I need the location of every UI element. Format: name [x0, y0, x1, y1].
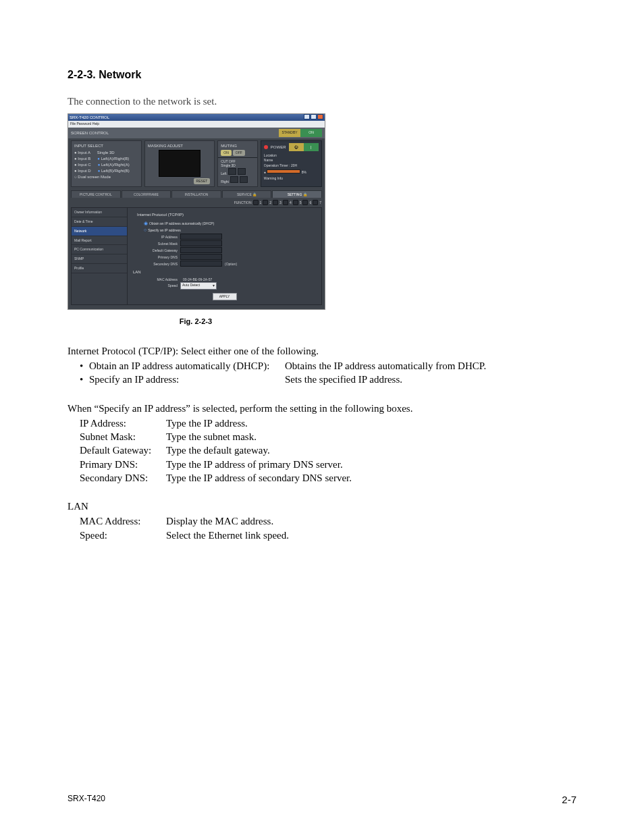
- lan-group-title: LAN: [133, 269, 316, 275]
- row-label: Default Gateway:: [80, 443, 166, 457]
- network-settings-pane: Internet Protocol (TCP/IP) Obtain an IP …: [128, 207, 322, 305]
- screen-control-banner: SCREEN CONTROL STANDBY ON: [68, 128, 325, 138]
- screenshot-figure: SRX-T420 CONTROL File Password Help SCRE…: [68, 113, 576, 327]
- op-timer-label: Operation Timer: [264, 163, 288, 167]
- power-on-toggle[interactable]: ON: [300, 129, 322, 137]
- apply-button[interactable]: APPLY: [213, 293, 237, 300]
- row-label: IP Address:: [80, 416, 166, 430]
- side-snmp[interactable]: SNMP: [72, 254, 127, 264]
- speed-select[interactable]: Auto Detect: [180, 282, 217, 290]
- op-timer-value: 20H: [291, 163, 297, 167]
- side-pc-comm[interactable]: PC Communication: [72, 245, 127, 254]
- function-row: FUNCTION 1 2 3 4 5 6 7: [68, 198, 325, 207]
- lock-icon: 🔒: [303, 192, 307, 196]
- function-3[interactable]: [273, 200, 278, 205]
- function-6[interactable]: [302, 200, 308, 205]
- input-select-panel: INPUT SELECT Input A Single 3D Input B L…: [71, 140, 142, 187]
- mac-address-label: MAC Address: [140, 277, 178, 282]
- masking-adjust-panel: MASKING ADJUST RESET: [144, 140, 215, 187]
- dual-screen-mode[interactable]: ○ Dual screen Mode: [74, 174, 138, 180]
- bullet-specify-label: Specify an IP address:: [89, 373, 285, 386]
- row-desc: Type the default gateway.: [166, 443, 576, 457]
- side-profile[interactable]: Profile: [72, 264, 127, 273]
- row-secondary-dns: Secondary DNS:Type the IP address of sec…: [80, 471, 576, 485]
- row-primary-dns: Primary DNS:Type the IP address of prima…: [80, 458, 576, 471]
- function-label: FUNCTION: [234, 200, 252, 205]
- bullet-specify: • Specify an IP address: Sets the specif…: [80, 373, 576, 386]
- subnet-mask-label: Subnet Mask: [140, 242, 178, 246]
- left-dec[interactable]: [228, 168, 236, 175]
- tab-color-frame[interactable]: COLOR/FRAME: [122, 190, 171, 198]
- speed-label: Speed: [140, 283, 178, 288]
- radio-specify[interactable]: Specify an IP address: [144, 227, 316, 233]
- power-label: POWER: [271, 144, 286, 150]
- right-dec[interactable]: [230, 176, 238, 183]
- specify-intro: When “Specify an IP address” is selected…: [68, 402, 576, 415]
- row-label: MAC Address:: [80, 514, 166, 528]
- warning-label: Warning Info: [264, 176, 319, 181]
- row-speed: Speed:Select the Ethernet link speed.: [80, 529, 576, 542]
- masking-title: MASKING ADJUST: [148, 143, 212, 148]
- cutoff-right-label: Right: [221, 180, 229, 184]
- status-panel: POWER ⏻| LocationName Operation Timer : …: [261, 140, 322, 187]
- side-network[interactable]: Network: [72, 227, 127, 236]
- section-heading: 2-2-3. Network: [68, 67, 576, 82]
- bullet-dhcp: • Obtain an IP address automatically (DH…: [80, 359, 576, 373]
- default-gateway-input[interactable]: [180, 247, 222, 253]
- main-tabs: PICTURE CONTROL COLOR/FRAME INSTALLATION…: [68, 190, 325, 198]
- app-window: SRX-T420 CONTROL File Password Help SCRE…: [68, 113, 325, 310]
- bullet-icon: •: [80, 373, 89, 386]
- lock-icon: 🔒: [252, 192, 257, 196]
- masking-reset-button[interactable]: RESET: [194, 178, 211, 184]
- bullet-dhcp-desc: Obtains the IP address automatically fro…: [285, 359, 576, 373]
- tab-installation[interactable]: INSTALLATION: [171, 190, 221, 198]
- row-desc: Type the IP address of primary DNS serve…: [166, 458, 576, 471]
- settings-side-menu: Owner Information Date & Time Network Ma…: [71, 207, 128, 305]
- default-gateway-label: Default Gateway: [140, 248, 178, 253]
- function-1[interactable]: [253, 200, 259, 205]
- side-date-time[interactable]: Date & Time: [72, 217, 127, 227]
- input-b[interactable]: Input B Left(A)/Right(B): [74, 156, 138, 161]
- row-label: Primary DNS:: [80, 458, 166, 471]
- row-label: Subnet Mask:: [80, 430, 166, 443]
- function-4[interactable]: [283, 200, 288, 205]
- bullet-specify-desc: Sets the specified IP address.: [285, 373, 576, 386]
- input-select-title: INPUT SELECT: [74, 143, 138, 148]
- secondary-dns-input[interactable]: [180, 261, 222, 267]
- power-led-icon: [264, 145, 268, 149]
- cutoff-sub: Single 3D: [221, 163, 254, 168]
- left-inc[interactable]: [238, 168, 246, 175]
- side-owner-info[interactable]: Owner Information: [72, 208, 127, 217]
- location-value: Name: [264, 158, 273, 162]
- input-c[interactable]: Input C Left(A)/Right(A): [74, 162, 138, 167]
- progress-pct: 8%: [302, 170, 306, 174]
- function-7[interactable]: [313, 200, 318, 205]
- figure-caption: Fig. 2-2-3: [68, 317, 324, 327]
- muting-off-button[interactable]: OFF: [233, 150, 245, 156]
- row-desc: Select the Ethernet link speed.: [166, 529, 576, 542]
- subnet-mask-input[interactable]: [180, 240, 222, 246]
- right-inc[interactable]: [240, 176, 248, 183]
- tab-setting[interactable]: SETTING 🔒: [272, 190, 322, 198]
- tab-service[interactable]: SERVICE 🔒: [222, 190, 272, 198]
- function-5[interactable]: [293, 200, 298, 205]
- lan-heading: LAN: [68, 499, 576, 513]
- ip-group-title: Internet Protocol (TCP/IP): [137, 212, 316, 217]
- ip-address-input[interactable]: [180, 234, 222, 240]
- input-a[interactable]: Input A Single 3D: [74, 150, 138, 155]
- row-mac-address: MAC Address:Display the MAC address.: [80, 514, 576, 528]
- function-2[interactable]: [263, 200, 268, 205]
- row-desc: Type the IP address.: [166, 416, 576, 430]
- radio-dhcp[interactable]: Obtain an IP address automatically (DHCP…: [144, 220, 316, 226]
- ip-address-label: IP Address: [140, 235, 178, 240]
- row-label: Secondary DNS:: [80, 471, 166, 485]
- side-mail-report[interactable]: Mail Report: [72, 236, 127, 246]
- location-label: Location: [264, 153, 277, 157]
- muting-on-button[interactable]: ON: [221, 150, 232, 156]
- bullet-icon: •: [80, 359, 89, 373]
- standby-toggle[interactable]: STANDBY: [279, 129, 300, 137]
- tab-picture-control[interactable]: PICTURE CONTROL: [71, 190, 121, 198]
- primary-dns-label: Primary DNS: [140, 255, 178, 260]
- input-d[interactable]: Input D Left(B)/Right(B): [74, 168, 138, 173]
- primary-dns-input[interactable]: [180, 254, 222, 260]
